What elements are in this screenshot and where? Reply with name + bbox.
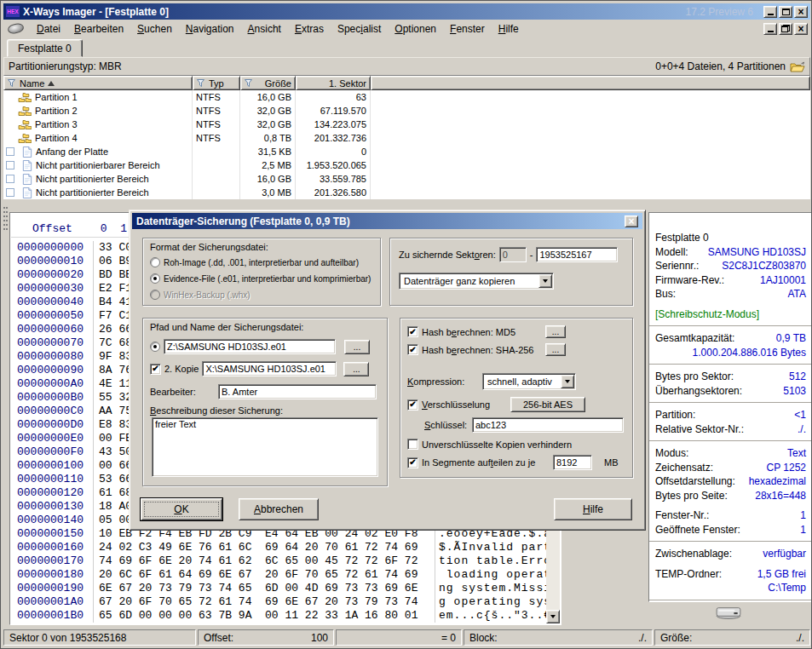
- scroll-down-button[interactable]: [546, 610, 560, 623]
- maximize-button[interactable]: [779, 6, 792, 18]
- mdi-window-controls: ×: [762, 23, 808, 35]
- bearbeiter-input[interactable]: [218, 384, 377, 399]
- panel-label: Zeichensatz:: [655, 462, 713, 474]
- menu-item-hilfe[interactable]: Hilfe: [492, 21, 526, 37]
- status-size[interactable]: Größe:./.: [654, 629, 810, 646]
- status-byte-value[interactable]: = 0: [336, 629, 462, 646]
- menu-item-specialist[interactable]: Specialist: [331, 21, 388, 37]
- dialog-close-button[interactable]: ×: [625, 215, 638, 227]
- hash-md5-options-button[interactable]: ...: [545, 325, 566, 338]
- copy2-path-input[interactable]: [202, 361, 337, 376]
- status-offset[interactable]: Offset:100: [198, 629, 334, 646]
- menu-item-suchen[interactable]: Suchen: [130, 21, 179, 37]
- text-cell[interactable]: ng system.Missin: [435, 582, 556, 595]
- menu-item-optionen[interactable]: Optionen: [388, 21, 443, 37]
- cancel-button[interactable]: Abbrechen: [239, 498, 319, 520]
- dropdown-arrow-icon[interactable]: [561, 375, 574, 388]
- minimize-button[interactable]: [763, 6, 777, 18]
- hash-md5-checkbox[interactable]: [407, 326, 418, 337]
- help-button[interactable]: Hilfe: [554, 498, 632, 520]
- radio-roh-image[interactable]: [150, 257, 160, 267]
- table-row[interactable]: Nicht partitionierter Bereich 3,0 MB 201…: [3, 186, 810, 199]
- table-row[interactable]: Partition 3 NTFS 32,0 GB 134.223.075: [3, 118, 810, 131]
- drive-icon: [715, 605, 742, 620]
- browse-button-1[interactable]: ...: [344, 340, 370, 354]
- status-sector[interactable]: Sektor 0 von 1953525168: [3, 629, 196, 646]
- bytes-cell[interactable]: 67 20 6F 70 65 72 61 74 69 6E 67 20 73 7…: [94, 595, 435, 609]
- column-header-typ[interactable]: Typ: [193, 76, 240, 90]
- key-input[interactable]: [472, 417, 624, 433]
- copy2-checkbox[interactable]: [150, 364, 161, 375]
- aes-button[interactable]: 256-bit AES: [510, 397, 585, 412]
- menu-disk-icon[interactable]: [7, 22, 25, 35]
- menu-item-navigation[interactable]: Navigation: [179, 21, 241, 37]
- filter-icon[interactable]: [8, 79, 16, 88]
- hex-row[interactable]: 00000001B065 6D 00 00 00 63 7B 9A 00 11 …: [11, 609, 556, 623]
- row-checkbox[interactable]: [6, 147, 14, 156]
- hash-sha256-checkbox[interactable]: [407, 344, 418, 355]
- hex-row[interactable]: 000000017074 69 6F 6E 20 74 61 62 6C 65 …: [11, 554, 556, 568]
- text-cell[interactable]: em...c{š.."3..€.: [435, 609, 556, 623]
- text-cell[interactable]: loading operati: [435, 568, 556, 582]
- splitter-handle[interactable]: [3, 207, 9, 233]
- dropdown-arrow-icon[interactable]: [538, 274, 552, 288]
- split-segments-checkbox[interactable]: [407, 457, 418, 468]
- hex-row[interactable]: 000000018020 6C 6F 61 64 69 6E 67 20 6F …: [11, 568, 556, 582]
- radio-evidence-file[interactable]: [150, 273, 160, 284]
- segment-size-input[interactable]: [553, 455, 592, 470]
- row-checkbox[interactable]: [6, 161, 14, 169]
- hex-row[interactable]: 00000001906E 67 20 73 79 73 74 65 6D 00 …: [11, 582, 556, 595]
- menu-item-bearbeiten[interactable]: Bearbeiten: [67, 21, 130, 37]
- bytes-cell[interactable]: 65 6D 00 00 00 63 7B 9A 00 11 22 33 1A 1…: [94, 609, 435, 623]
- bytes-cell[interactable]: 74 69 6F 6E 20 74 61 62 6C 65 00 45 72 7…: [94, 554, 435, 568]
- primary-path-input[interactable]: [164, 339, 336, 354]
- title-bar[interactable]: HEX X-Ways Imager - [Festplatte 0] 17.2 …: [3, 3, 810, 20]
- menu-item-ansicht[interactable]: Ansicht: [241, 21, 288, 37]
- sectors-to-input[interactable]: [536, 247, 618, 262]
- table-row[interactable]: Anfang der Platte 31,5 KB 0: [3, 145, 810, 158]
- row-checkbox[interactable]: [6, 188, 14, 197]
- info-bar: Partitionierungstyp: MBR 0+0+4 Dateien, …: [3, 57, 810, 76]
- row-checkbox[interactable]: [6, 175, 14, 183]
- hex-row[interactable]: 00000001A067 20 6F 70 65 72 61 74 69 6E …: [11, 595, 556, 609]
- menu-item-datei[interactable]: Datei: [30, 21, 67, 37]
- tab-festplatte-0[interactable]: Festplatte 0: [7, 39, 83, 57]
- bytes-cell[interactable]: 6E 67 20 73 79 73 74 65 6D 00 4D 69 73 7…: [94, 582, 435, 595]
- table-row[interactable]: Partition 2 NTFS 32,0 GB 67.119.570: [3, 104, 810, 118]
- name-cell: Partition 4: [3, 131, 193, 145]
- hex-row[interactable]: 000000016024 02 C3 49 6E 76 61 6C 69 64 …: [11, 541, 556, 554]
- scope-select[interactable]: Datenträger ganz kopieren: [399, 273, 554, 290]
- filter-icon[interactable]: [197, 79, 205, 88]
- table-row[interactable]: Partition 1 NT­FS 16,0 GB 63: [3, 90, 810, 104]
- column-header-name[interactable]: Name: [3, 76, 193, 90]
- open-folder-icon[interactable]: [790, 61, 805, 72]
- text-cell[interactable]: $.ÃInvalid parti: [435, 541, 556, 554]
- table-row[interactable]: Partition 4 NTFS 0,8 TB 201.332.736: [3, 131, 810, 145]
- column-header-sektor[interactable]: 1. Sektor: [296, 76, 371, 90]
- dialog-title-bar[interactable]: Datenträger-Sicherung (Festplatte 0, 0,9…: [132, 213, 642, 229]
- browse-button-2[interactable]: ...: [343, 362, 369, 376]
- bytes-cell[interactable]: 24 02 C3 49 6E 76 61 6C 69 64 20 70 61 7…: [94, 541, 435, 554]
- close-button[interactable]: ×: [794, 6, 808, 18]
- column-header-groesse[interactable]: Größe: [240, 76, 296, 90]
- status-block[interactable]: Block:./.: [464, 629, 653, 646]
- primary-path-radio[interactable]: [150, 342, 160, 352]
- mdi-minimize-button[interactable]: [763, 23, 777, 35]
- filter-icon[interactable]: [245, 79, 253, 88]
- menu-item-fenster[interactable]: Fenster: [443, 21, 492, 37]
- offset-cell: 0000000140: [11, 514, 94, 527]
- kompression-select[interactable]: schnell, adaptiv: [482, 373, 576, 390]
- ok-button[interactable]: OK: [141, 498, 222, 520]
- mdi-restore-button[interactable]: [779, 23, 792, 35]
- text-cell[interactable]: tion table.Error: [435, 554, 556, 568]
- bytes-cell[interactable]: 20 6C 6F 61 64 69 6E 67 20 6F 70 65 72 6…: [94, 568, 435, 582]
- encryption-checkbox[interactable]: [407, 399, 418, 411]
- table-row[interactable]: Nicht partitionierter Bereich 16,0 GB 33…: [3, 172, 810, 186]
- hash-sha256-options-button[interactable]: ...: [545, 343, 566, 356]
- mdi-close-button[interactable]: ×: [794, 23, 808, 35]
- prevent-unencrypted-checkbox[interactable]: [407, 439, 418, 450]
- description-textarea[interactable]: freier Text: [152, 417, 378, 477]
- menu-item-extras[interactable]: Extras: [288, 21, 331, 37]
- table-row[interactable]: Nicht partitionierbarer Bereich 2,5 MB 1…: [3, 158, 810, 172]
- text-cell[interactable]: g operating syst: [435, 595, 556, 609]
